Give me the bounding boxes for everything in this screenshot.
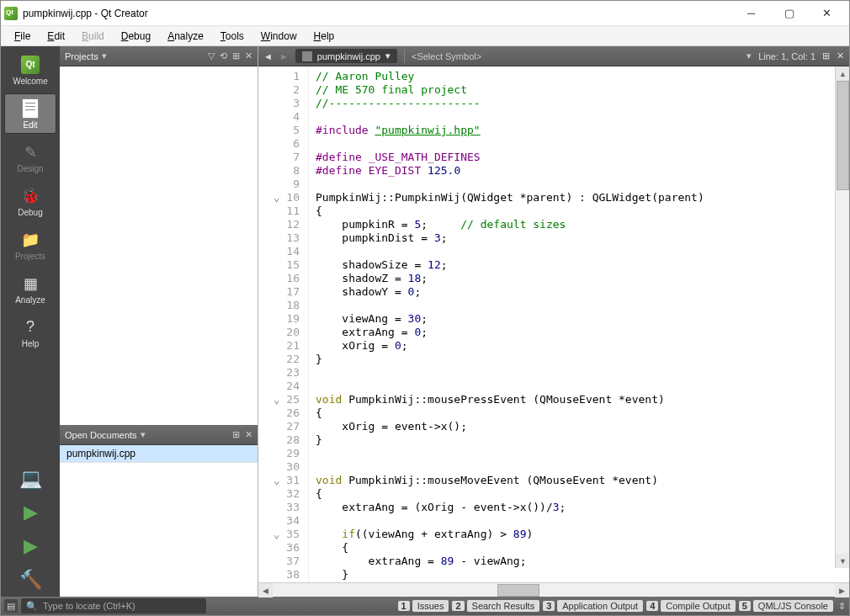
menu-build: Build: [73, 28, 113, 45]
chart-icon: ▦: [20, 273, 40, 294]
nav-back-button[interactable]: ◄: [263, 51, 273, 61]
tab-number: 5: [739, 601, 751, 611]
qt-logo-icon: [4, 7, 18, 20]
projects-pane-header[interactable]: Projects ▾ ▽ ⟲ ⊞ ✕: [60, 46, 258, 66]
action-playdbg[interactable]: ▶: [4, 529, 56, 563]
hide-sidebar-icon[interactable]: ▤: [4, 599, 18, 613]
output-expand-icon[interactable]: ⇕: [838, 601, 846, 612]
horizontal-scrollbar[interactable]: ◀ ▶: [258, 582, 849, 597]
open-doc-item[interactable]: pumpkinwij.cpp: [60, 445, 258, 463]
menu-debug[interactable]: Debug: [113, 28, 159, 45]
editor-area: ◄ ► pumpkinwij.cpp ▾ <Select Symbol> ▾ L…: [258, 46, 849, 597]
code-text[interactable]: // Aaron Pulley// ME 570 final project//…: [309, 66, 849, 582]
menu-help[interactable]: Help: [305, 28, 343, 45]
maximize-button[interactable]: ▢: [770, 2, 808, 25]
output-tab-application-output[interactable]: 3Application Output: [543, 600, 643, 612]
play-debug-icon: ▶: [24, 535, 38, 557]
projects-pane-title: Projects: [65, 51, 98, 61]
menu-file[interactable]: File: [6, 28, 39, 45]
split-icon[interactable]: ⊞: [232, 50, 240, 61]
editor-file-selector[interactable]: pumpkinwij.cpp ▾: [295, 49, 397, 63]
mode-label: Edit: [23, 120, 37, 130]
cursor-position: Line: 1, Col: 1: [758, 51, 815, 61]
search-icon: 🔍: [26, 601, 38, 612]
mode-debug[interactable]: 🐞Debug: [4, 181, 56, 221]
minimize-button[interactable]: ─: [732, 2, 770, 25]
output-tab-issues[interactable]: 1Issues: [398, 600, 449, 612]
chevron-down-icon: ▾: [385, 50, 390, 61]
action-play[interactable]: ▶: [4, 496, 56, 529]
split-icon[interactable]: ⊞: [232, 429, 240, 440]
scrollbar-thumb[interactable]: [837, 81, 849, 190]
editor-filename: pumpkinwij.cpp: [317, 51, 380, 61]
menu-edit[interactable]: Edit: [39, 28, 73, 45]
output-tab-qml-js-console[interactable]: 5QML/JS Console: [739, 600, 833, 612]
tab-label: QML/JS Console: [753, 600, 833, 612]
open-docs-header[interactable]: Open Documents ▾ ⊞ ✕: [60, 425, 258, 445]
mode-label: Projects: [15, 252, 45, 261]
symbol-selector[interactable]: <Select Symbol>: [412, 51, 481, 61]
line-number-gutter: 1 2 3 4 5 6 7 8 9⌄ 10 11 12 13 14 15 16 …: [258, 66, 309, 582]
mode-sidebar: QtWelcomeEdit✎Design🐞Debug📁Projects▦Anal…: [1, 46, 60, 597]
vertical-scrollbar[interactable]: ▲ ▼: [835, 66, 849, 568]
mode-welcome[interactable]: QtWelcome: [4, 50, 56, 90]
output-tab-compile-output[interactable]: 4Compile Output: [646, 600, 736, 612]
scroll-left-icon[interactable]: ◀: [258, 583, 273, 597]
action-build[interactable]: 🔨: [4, 563, 56, 597]
open-documents-list: pumpkinwij.cpp: [60, 445, 258, 597]
mode-design: ✎Design: [4, 137, 56, 178]
computer-icon: 💻: [19, 468, 42, 490]
locator-input[interactable]: 🔍 Type to locate (Ctrl+K): [21, 598, 206, 613]
menu-analyze[interactable]: Analyze: [159, 28, 212, 45]
scroll-down-icon[interactable]: ▼: [836, 554, 849, 568]
scrollbar-thumb[interactable]: [497, 584, 539, 597]
open-docs-title: Open Documents: [65, 430, 137, 440]
tab-number: 1: [398, 601, 410, 611]
separator: [404, 50, 405, 63]
tab-number: 4: [646, 601, 658, 611]
chevron-down-icon[interactable]: ▾: [746, 50, 752, 61]
brush-icon: ✎: [20, 142, 40, 162]
scroll-right-icon[interactable]: ▶: [835, 583, 849, 597]
qt-logo-icon: Qt: [20, 55, 40, 75]
mode-projects: 📁Projects: [4, 225, 56, 265]
tab-number: 2: [452, 601, 464, 611]
mode-label: Help: [22, 339, 40, 348]
filter-icon[interactable]: ▽: [208, 50, 215, 61]
mode-edit[interactable]: Edit: [4, 93, 56, 134]
sync-icon[interactable]: ⟲: [220, 50, 227, 61]
projects-tree[interactable]: [60, 66, 258, 425]
chevron-down-icon[interactable]: ▾: [102, 50, 107, 61]
mode-label: Welcome: [13, 77, 48, 86]
side-pane: Projects ▾ ▽ ⟲ ⊞ ✕ Open Documents ▾ ⊞ ✕ …: [60, 46, 258, 597]
play-icon: ▶: [24, 502, 38, 523]
code-editor[interactable]: 1 2 3 4 5 6 7 8 9⌄ 10 11 12 13 14 15 16 …: [258, 66, 849, 582]
document-icon: [20, 98, 40, 119]
mode-label: Design: [17, 164, 43, 173]
action-comp[interactable]: 💻: [4, 462, 56, 496]
mode-analyze[interactable]: ▦Analyze: [4, 268, 56, 309]
mode-label: Debug: [18, 208, 42, 217]
help-icon: ?: [20, 317, 40, 337]
close-pane-icon[interactable]: ✕: [245, 429, 252, 440]
tab-number: 3: [543, 601, 555, 611]
nav-forward-button[interactable]: ►: [279, 51, 289, 61]
chevron-down-icon[interactable]: ▾: [141, 429, 146, 440]
tab-label: Compile Output: [661, 600, 735, 612]
editor-toolbar: ◄ ► pumpkinwij.cpp ▾ <Select Symbol> ▾ L…: [258, 46, 849, 66]
close-button[interactable]: ✕: [808, 2, 846, 25]
tab-label: Search Results: [467, 600, 540, 612]
folder-icon: 📁: [20, 230, 40, 250]
status-bar: ▤ 🔍 Type to locate (Ctrl+K) 1Issues2Sear…: [1, 597, 849, 615]
menu-tools[interactable]: Tools: [212, 28, 252, 45]
close-pane-icon[interactable]: ✕: [245, 50, 252, 61]
close-editor-icon[interactable]: ✕: [837, 50, 844, 61]
mode-label: Analyze: [15, 295, 45, 305]
mode-help[interactable]: ?Help: [4, 312, 56, 353]
split-editor-icon[interactable]: ⊞: [822, 50, 830, 61]
tab-label: Issues: [412, 600, 449, 612]
menu-window[interactable]: Window: [252, 28, 305, 45]
scroll-up-icon[interactable]: ▲: [836, 66, 849, 81]
hammer-icon: 🔨: [19, 569, 42, 591]
output-tab-search-results[interactable]: 2Search Results: [452, 600, 539, 612]
